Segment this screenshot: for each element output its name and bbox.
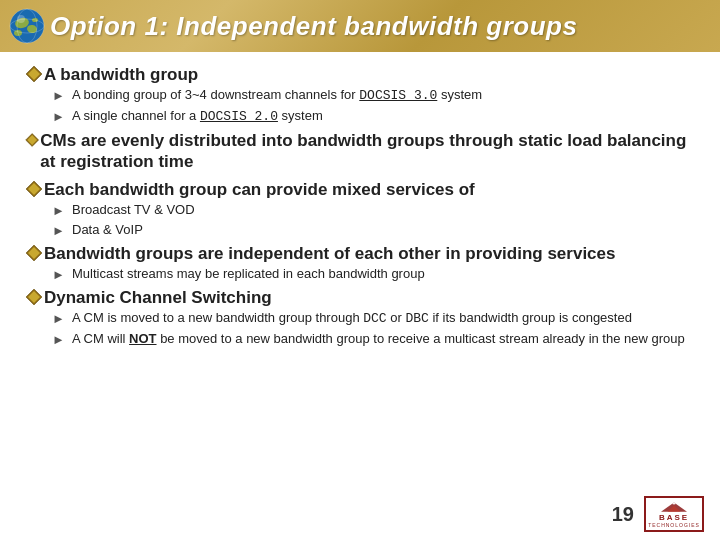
sub-item-bonding: ► A bonding group of 3~4 downstream chan… [52, 87, 696, 105]
diamond-bullet-1 [24, 64, 44, 84]
sub-text-dcc: A CM is moved to a new bandwidth group t… [72, 310, 632, 328]
section-each-label: Each bandwidth group can provide mixed s… [44, 179, 475, 200]
footer: 19 BASE TECHNOLOGIES [612, 496, 704, 532]
sub-item-multicast: ► Multicast streams may be replicated in… [52, 266, 696, 283]
svg-marker-12 [27, 135, 37, 145]
diamond-bullet-5 [24, 287, 44, 307]
section-independent-label: Bandwidth groups are independent of each… [44, 243, 615, 264]
svg-marker-18 [28, 291, 40, 303]
sub-list-each: ► Broadcast TV & VOD ► Data & VoIP [52, 202, 696, 239]
sub-text-bonding: A bonding group of 3~4 downstream channe… [72, 87, 482, 105]
sub-arrow-6: ► [52, 311, 66, 326]
sub-text-single: A single channel for a DOCSIS 2.0 system [72, 108, 323, 126]
diamond-bullet-4 [24, 243, 44, 263]
sub-arrow-7: ► [52, 332, 66, 347]
section-each: Each bandwidth group can provide mixed s… [24, 179, 696, 200]
section-dynamic-label: Dynamic Channel Switching [44, 287, 272, 308]
logo-box: BASE TECHNOLOGIES [644, 496, 704, 532]
sub-text-data: Data & VoIP [72, 222, 143, 239]
svg-marker-14 [28, 183, 40, 195]
sub-arrow-4: ► [52, 223, 66, 238]
sub-text-multicast: Multicast streams may be replicated in e… [72, 266, 425, 283]
page-number: 19 [612, 503, 634, 526]
sub-list-bandwidth: ► A bonding group of 3~4 downstream chan… [52, 87, 696, 126]
section-cms: CMs are evenly distributed into bandwidt… [24, 130, 696, 173]
svg-marker-10 [28, 68, 40, 80]
sub-item-not-moved: ► A CM will NOT be moved to a new bandwi… [52, 331, 696, 348]
sub-list-independent: ► Multicast streams may be replicated in… [52, 266, 696, 283]
svg-marker-16 [28, 247, 40, 259]
sub-item-broadcast: ► Broadcast TV & VOD [52, 202, 696, 219]
section-bandwidth-group: A bandwidth group [24, 64, 696, 85]
section-independent: Bandwidth groups are independent of each… [24, 243, 696, 264]
section-dynamic: Dynamic Channel Switching [24, 287, 696, 308]
sub-item-data: ► Data & VoIP [52, 222, 696, 239]
svg-point-8 [17, 15, 25, 23]
logo-text: BASE [659, 513, 689, 522]
header-title: Option 1: Independent bandwidth groups [50, 11, 577, 42]
diamond-bullet-3 [24, 179, 44, 199]
section-cms-label: CMs are evenly distributed into bandwidt… [40, 130, 696, 173]
sub-list-dynamic: ► A CM is moved to a new bandwidth group… [52, 310, 696, 348]
sub-arrow-2: ► [52, 109, 66, 124]
sub-item-single: ► A single channel for a DOCSIS 2.0 syst… [52, 108, 696, 126]
logo-subtext: TECHNOLOGIES [648, 522, 700, 528]
header: Option 1: Independent bandwidth groups [0, 0, 720, 52]
globe-icon [8, 7, 46, 45]
sub-text-not-moved: A CM will NOT be moved to a new bandwidt… [72, 331, 685, 348]
section-bandwidth-label: A bandwidth group [44, 64, 198, 85]
sub-arrow-1: ► [52, 88, 66, 103]
diamond-bullet-2 [24, 130, 40, 150]
sub-item-dcc: ► A CM is moved to a new bandwidth group… [52, 310, 696, 328]
main-content: A bandwidth group ► A bonding group of 3… [0, 52, 720, 540]
sub-text-broadcast: Broadcast TV & VOD [72, 202, 195, 219]
sub-arrow-5: ► [52, 267, 66, 282]
logo-mountain-icon [649, 500, 699, 513]
sub-arrow-3: ► [52, 203, 66, 218]
